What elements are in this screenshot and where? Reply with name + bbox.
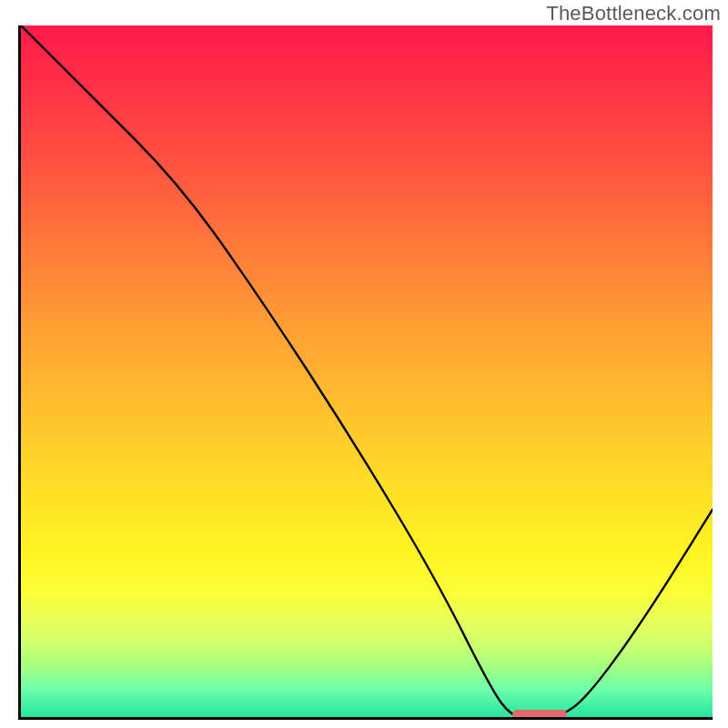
watermark-text: TheBottleneck.com (546, 2, 721, 25)
curve-path (21, 25, 713, 717)
chart-container: TheBottleneck.com (0, 0, 728, 728)
minimum-marker (512, 710, 568, 719)
plot-area (18, 25, 713, 720)
chart-curve (21, 25, 713, 717)
